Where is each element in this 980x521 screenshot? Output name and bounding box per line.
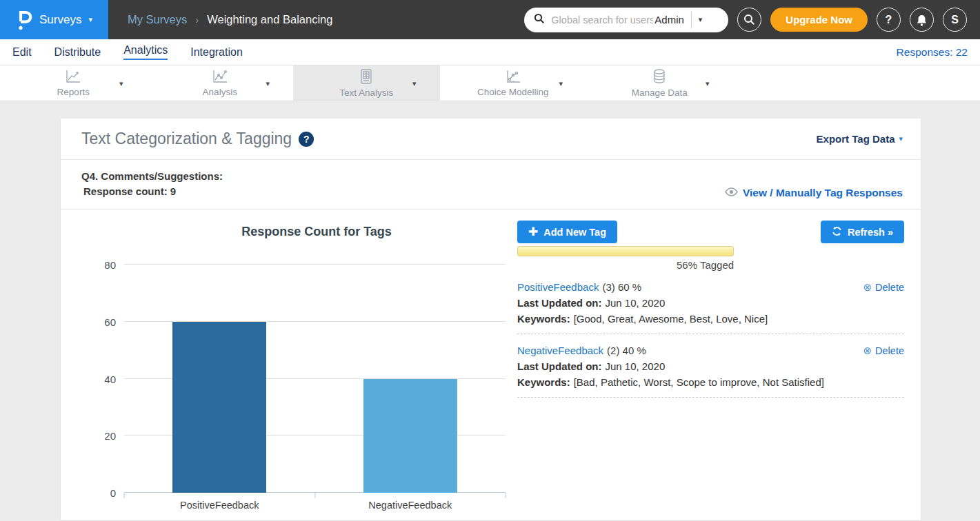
tab-analytics[interactable]: Analytics: [113, 39, 178, 65]
y-axis-tick-label: 40: [88, 373, 116, 385]
tab-edit[interactable]: Edit: [2, 39, 42, 65]
card-header: Text Categorization & Tagging ? Export T…: [61, 119, 921, 160]
tag-name-link[interactable]: NegativeFeedback: [517, 345, 603, 356]
divider: [517, 334, 904, 334]
updated-value: Jun 10, 2020: [606, 297, 666, 309]
tag-count: (3) 60 %: [602, 281, 641, 293]
chevron-down-icon[interactable]: ▾: [119, 79, 123, 88]
tag-item: PositiveFeedback (3) 60 % ⊗ Delete Last …: [517, 281, 904, 325]
y-axis-tick-label: 60: [88, 316, 116, 327]
circle-x-icon: ⊗: [863, 282, 872, 292]
delete-tag-button[interactable]: ⊗ Delete: [863, 282, 905, 293]
x-axis-tickmark: [314, 493, 315, 498]
chevron-down-icon: ▾: [88, 16, 92, 23]
global-search[interactable]: Admin ▾: [524, 8, 728, 32]
notifications-button[interactable]: [910, 8, 934, 32]
updated-label: Last Updated on:: [517, 297, 602, 309]
search-input[interactable]: [551, 14, 653, 25]
updated-value: Jun 10, 2020: [606, 360, 666, 372]
add-new-tag-button[interactable]: ✚ Add New Tag: [517, 221, 617, 243]
document-table-icon: [359, 68, 373, 87]
chevron-down-icon[interactable]: ▾: [266, 79, 270, 88]
chevron-down-icon: ▾: [899, 134, 903, 143]
response-count-label: Response count: 9: [81, 184, 223, 199]
response-count-chart: Response Count for Tags 020406080Positiv…: [81, 219, 510, 493]
search-button[interactable]: [737, 8, 761, 32]
keywords-value: [Bad, Pathetic, Worst, Scope to improve,…: [574, 376, 824, 388]
card-body: Response Count for Tags 020406080Positiv…: [61, 210, 921, 520]
chevron-down-icon[interactable]: ▾: [706, 79, 710, 88]
tool-choice-modelling[interactable]: Choice Modelling ▾: [440, 65, 587, 101]
x-axis-tickmark: [124, 493, 125, 498]
delete-tag-button[interactable]: ⊗ Delete: [863, 345, 905, 356]
search-icon: [534, 13, 545, 26]
chart-plot: 020406080PositiveFeedbackNegativeFeedbac…: [124, 265, 506, 493]
analytics-toolbar: Reports ▾ Analysis ▾ Text Analysis ▾ Cho…: [0, 65, 980, 101]
bar-NegativeFeedback[interactable]: [363, 379, 457, 493]
top-header: Surveys ▾ My Surveys › Weighting and Bal…: [0, 0, 980, 39]
export-tag-data-dropdown[interactable]: Export Tag Data ▾: [817, 133, 903, 145]
responses-count: Responses: 22: [897, 46, 968, 59]
product-switcher[interactable]: Surveys ▾: [0, 0, 108, 39]
main-content: Text Categorization & Tagging ? Export T…: [0, 101, 980, 520]
refresh-icon: [832, 226, 842, 238]
updated-label: Last Updated on:: [517, 360, 602, 372]
tag-name-link[interactable]: PositiveFeedback: [517, 281, 599, 293]
page-title: Text Categorization & Tagging: [81, 130, 292, 148]
chart-title: Response Count for Tags: [81, 219, 510, 239]
header-actions: Admin ▾ Upgrade Now ? S: [524, 8, 980, 32]
x-axis-tickmark: [506, 493, 506, 498]
progress-label: 56% Tagged: [517, 259, 734, 271]
database-icon: [651, 68, 668, 87]
tool-reports[interactable]: Reports ▾: [0, 65, 147, 101]
upgrade-now-button[interactable]: Upgrade Now: [770, 8, 868, 32]
y-axis-tick-label: 80: [88, 259, 116, 271]
breadcrumb-separator: ›: [195, 14, 199, 25]
bar-PositiveFeedback[interactable]: [172, 322, 266, 493]
survey-title: Weighting and Balancing: [207, 13, 332, 26]
help-icon[interactable]: ?: [299, 132, 314, 147]
bell-icon: [916, 14, 928, 26]
tool-manage-data[interactable]: Manage Data ▾: [586, 65, 733, 101]
line-chart-points-icon: [212, 69, 228, 86]
keywords-label: Keywords:: [517, 376, 570, 388]
circle-x-icon: ⊗: [863, 345, 872, 356]
divider: [517, 397, 904, 398]
text-tagging-card: Text Categorization & Tagging ? Export T…: [61, 119, 921, 520]
chevron-down-icon[interactable]: ▾: [412, 79, 417, 88]
search-scope-label: Admin: [654, 14, 684, 25]
view-manually-tag-link[interactable]: View / Manually Tag Responses: [725, 187, 903, 199]
eye-icon: [725, 187, 738, 198]
x-axis-label: PositiveFeedback: [180, 500, 259, 511]
tag-panel: ✚ Add New Tag Refresh » 56% Tagged: [517, 219, 904, 493]
help-button[interactable]: ?: [877, 8, 901, 32]
scatter-chart-icon: [505, 69, 521, 86]
tagged-progress: 56% Tagged: [517, 246, 904, 271]
panel-buttons: ✚ Add New Tag Refresh »: [517, 221, 904, 243]
keywords-value: [Good, Great, Awesome, Best, Love, Nice]: [574, 313, 768, 325]
y-axis-tick-label: 20: [88, 430, 116, 442]
tab-distribute[interactable]: Distribute: [44, 39, 112, 65]
chevron-down-icon[interactable]: ▾: [559, 79, 563, 88]
account-avatar[interactable]: S: [943, 8, 967, 32]
tool-analysis[interactable]: Analysis ▾: [147, 65, 294, 101]
question-row: Q4. Comments/Suggestions: Response count…: [61, 160, 921, 210]
y-axis-tick-label: 0: [88, 487, 116, 499]
breadcrumb-my-surveys[interactable]: My Surveys: [128, 13, 187, 26]
tool-text-analysis[interactable]: Text Analysis ▾: [293, 65, 440, 101]
tag-count: (2) 40 %: [607, 345, 646, 356]
questionpro-logo-icon: [16, 8, 32, 32]
x-axis-label: NegativeFeedback: [368, 500, 452, 511]
search-scope-dropdown[interactable]: ▾: [692, 16, 710, 23]
refresh-button[interactable]: Refresh »: [821, 221, 904, 243]
tab-integration[interactable]: Integration: [180, 39, 253, 65]
line-chart-icon: [65, 69, 81, 86]
keywords-label: Keywords:: [517, 313, 570, 325]
survey-tabs: Edit Distribute Analytics Integration Re…: [0, 39, 980, 65]
plus-icon: ✚: [528, 226, 538, 238]
product-name: Surveys: [39, 13, 81, 27]
tag-item: NegativeFeedback (2) 40 % ⊗ Delete Last …: [517, 345, 904, 388]
breadcrumb: My Surveys › Weighting and Balancing: [128, 13, 332, 26]
question-label: Q4. Comments/Suggestions:: [81, 169, 223, 184]
gridline: [124, 264, 506, 265]
